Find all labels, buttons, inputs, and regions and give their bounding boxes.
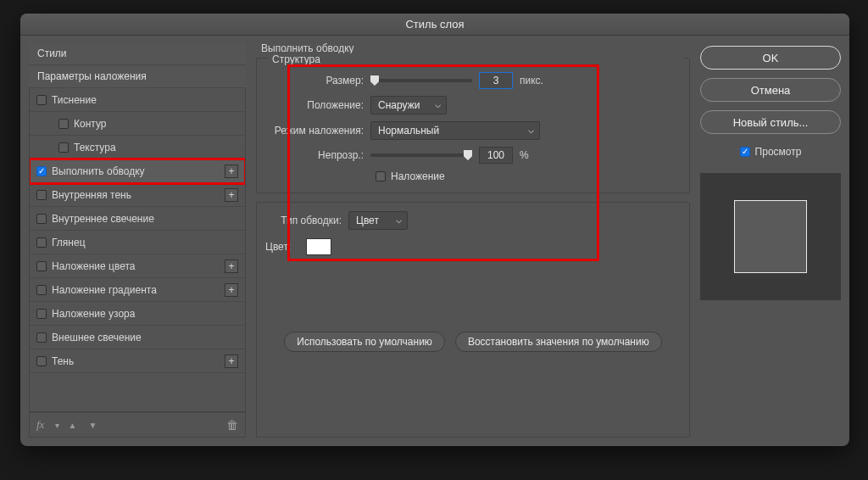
effect-label: Внутренняя тень	[52, 189, 131, 201]
effect-checkbox[interactable]	[58, 142, 69, 153]
filltype-label: Тип обводки:	[265, 215, 342, 226]
effect-label: Наложение градиента	[52, 284, 157, 296]
effect-label: Наложение цвета	[52, 260, 135, 272]
effect-row-4[interactable]: Внутренняя тень	[30, 183, 245, 207]
effect-label: Тень	[52, 355, 74, 367]
effect-checkbox[interactable]	[36, 285, 47, 295]
settings-panel: Выполнить обводку Структура Размер: 3 пи…	[256, 42, 690, 438]
effect-checkbox[interactable]	[36, 166, 47, 176]
row-filltype: Тип обводки: Цвет	[265, 211, 681, 230]
opacity-unit: %	[520, 149, 529, 161]
effect-row-7[interactable]: Наложение цвета	[30, 254, 245, 278]
effect-label: Внутреннее свечение	[52, 213, 154, 225]
effect-row-3[interactable]: Выполнить обводку	[30, 159, 245, 183]
effect-row-6[interactable]: Глянец	[30, 231, 245, 254]
effect-label: Наложение узора	[52, 308, 135, 320]
effect-checkbox[interactable]	[36, 356, 47, 366]
opacity-slider-thumb[interactable]	[464, 150, 472, 160]
cancel-button[interactable]: Отмена	[700, 78, 841, 102]
add-effect-button[interactable]	[225, 354, 238, 368]
structure-group: Структура Размер: 3 пикс. Положение: Сна…	[256, 58, 690, 193]
overlay-label: Наложение	[391, 170, 445, 182]
filltype-select[interactable]: Цвет	[348, 211, 408, 230]
fx-menu[interactable]: fx	[36, 418, 44, 432]
preview-box	[700, 173, 841, 300]
row-position: Положение: Снаружи	[265, 96, 681, 114]
actions-panel: OK Отмена Новый стиль... Просмотр	[700, 42, 841, 438]
trash-icon[interactable]: 🗑	[226, 418, 238, 432]
add-effect-button[interactable]	[225, 283, 238, 297]
effect-checkbox[interactable]	[36, 190, 47, 200]
size-slider-thumb[interactable]	[370, 75, 379, 86]
effect-checkbox[interactable]	[36, 309, 47, 319]
effect-checkbox[interactable]	[58, 119, 69, 129]
effect-row-10[interactable]: Внешнее свечение	[30, 326, 245, 349]
effect-label: Внешнее свечение	[52, 332, 142, 343]
fill-group: Тип обводки: Цвет Цвет: Использовать по …	[256, 202, 690, 438]
preview-checkbox[interactable]	[740, 147, 750, 157]
effect-row-11[interactable]: Тень	[30, 349, 245, 373]
fx-menu-chevron-icon[interactable]	[53, 419, 59, 431]
add-effect-button[interactable]	[225, 260, 238, 273]
opacity-label: Непрозр.:	[265, 149, 364, 161]
effect-row-1[interactable]: Контур	[30, 112, 245, 136]
add-effect-button[interactable]	[225, 188, 238, 202]
preview-square	[734, 200, 807, 273]
new-style-button[interactable]: Новый стиль...	[700, 110, 841, 134]
layer-style-dialog: Стиль слоя Стили Параметры наложения Тис…	[20, 14, 849, 446]
make-default-button[interactable]: Использовать по умолчанию	[284, 332, 445, 352]
opacity-input[interactable]: 100	[479, 147, 513, 164]
effect-checkbox[interactable]	[36, 214, 47, 224]
effect-checkbox[interactable]	[36, 237, 47, 248]
effect-checkbox[interactable]	[36, 95, 47, 105]
opacity-slider[interactable]	[370, 153, 472, 157]
panel-title: Выполнить обводку	[256, 42, 690, 54]
row-opacity: Непрозр.: 100 %	[265, 147, 681, 164]
effect-label: Контур	[74, 118, 106, 130]
row-size: Размер: 3 пикс.	[265, 72, 681, 89]
size-input[interactable]: 3	[479, 72, 513, 89]
sidebar-footer: fx 🗑	[29, 412, 246, 438]
size-label: Размер:	[265, 75, 364, 87]
preview-toggle-row: Просмотр	[700, 146, 841, 158]
reset-default-button[interactable]: Восстановить значения по умолчанию	[455, 332, 662, 352]
position-select[interactable]: Снаружи	[370, 96, 447, 114]
preview-label: Просмотр	[755, 146, 802, 158]
ok-button[interactable]: OK	[700, 46, 841, 70]
effect-row-9[interactable]: Наложение узора	[30, 302, 245, 326]
add-effect-button[interactable]	[225, 165, 238, 178]
size-slider[interactable]	[370, 79, 472, 82]
color-label: Цвет:	[265, 241, 299, 253]
sidebar-heading-styles[interactable]: Стили	[29, 42, 246, 65]
dialog-body: Стили Параметры наложения ТиснениеКонтур…	[20, 36, 849, 446]
move-up-icon[interactable]	[68, 419, 80, 431]
effect-checkbox[interactable]	[36, 261, 47, 271]
effect-label: Текстура	[74, 142, 116, 153]
structure-legend: Структура	[269, 53, 684, 65]
position-label: Положение:	[265, 99, 364, 111]
effect-label: Тиснение	[52, 94, 97, 106]
blend-select[interactable]: Нормальный	[370, 121, 540, 140]
dialog-title-text: Стиль слоя	[405, 18, 464, 31]
styles-sidebar: Стили Параметры наложения ТиснениеКонтур…	[29, 42, 246, 438]
dialog-title: Стиль слоя	[20, 14, 849, 36]
effect-label: Глянец	[52, 237, 86, 248]
effect-row-5[interactable]: Внутреннее свечение	[30, 207, 245, 231]
move-down-icon[interactable]	[88, 419, 100, 431]
color-swatch[interactable]	[306, 238, 331, 255]
overlay-checkbox[interactable]	[376, 171, 386, 181]
row-overlay: Наложение	[376, 170, 681, 182]
blend-label: Режим наложения:	[265, 125, 364, 137]
effects-list: ТиснениеКонтурТекстураВыполнить обводкуВ…	[29, 88, 246, 412]
effect-row-8[interactable]: Наложение градиента	[30, 278, 245, 302]
size-unit: пикс.	[520, 75, 543, 87]
row-blend: Режим наложения: Нормальный	[265, 121, 681, 140]
effect-label: Выполнить обводку	[52, 165, 145, 177]
effect-row-0[interactable]: Тиснение	[30, 88, 245, 112]
sidebar-heading-blending[interactable]: Параметры наложения	[29, 65, 246, 88]
effect-checkbox[interactable]	[36, 332, 47, 343]
effect-row-2[interactable]: Текстура	[30, 136, 245, 159]
row-color: Цвет:	[265, 238, 681, 255]
